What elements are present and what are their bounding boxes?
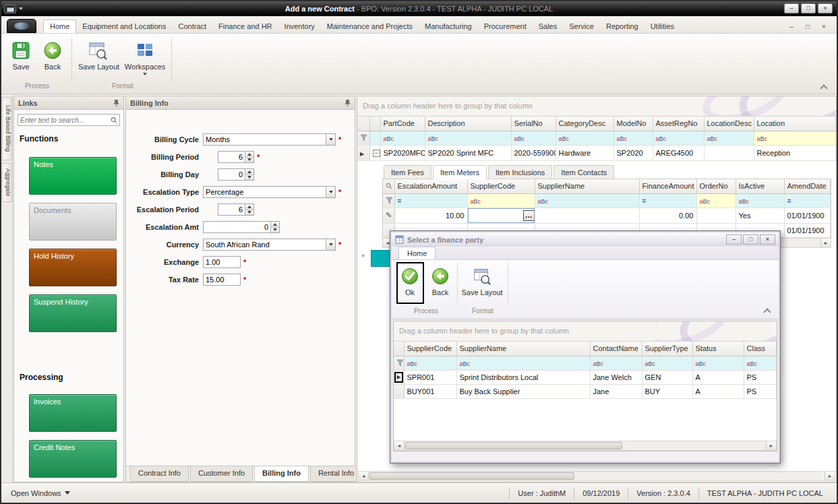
filter-status[interactable]: aBc [692,356,744,370]
escal ation-amt-value[interactable] [204,222,270,232]
dropdown-icon[interactable] [326,239,335,250]
filter-financeamount[interactable]: = [639,193,696,208]
spin-up-icon[interactable] [245,169,253,175]
dialog-horizontal-scrollbar[interactable]: ◄ ► [394,441,777,451]
ribbon-tab-reporting[interactable]: Reporting [600,20,645,33]
cell-amenddate[interactable]: 01/01/1900 [784,208,831,223]
tab-customer-info[interactable]: Customer Info [190,466,253,482]
column-header-orderno[interactable]: OrderNo [696,179,736,193]
billing-day-value[interactable] [218,169,245,180]
column-header-financeamount[interactable]: FinanceAmount [639,179,696,193]
ribbon-tab-inventory[interactable]: Inventory [278,20,321,33]
scroll-thumb[interactable] [369,472,574,480]
filter-categorydesc[interactable]: aBc [556,131,613,145]
cell-modelno[interactable]: SP2020 [613,145,653,160]
currency-value[interactable] [204,239,335,250]
spin-down-icon[interactable] [245,210,253,216]
filter-suppliercode[interactable]: aBc [404,356,456,370]
cell-orderno[interactable] [696,208,736,223]
save-layout-button[interactable]: Save Layout [77,37,119,73]
back-button[interactable]: Back [38,37,67,73]
ribbon-tab-utilities[interactable]: Utilities [645,20,680,33]
column-header-contactname[interactable]: ContactName [590,342,642,356]
billing-period-value[interactable] [218,152,245,162]
filter-row-indicator[interactable] [357,131,369,145]
filter-row-indicator[interactable] [383,193,394,208]
dialog-maximize-button[interactable]: □ [743,234,758,245]
open-windows-button[interactable]: Open Windows [7,487,74,499]
links-search-input[interactable] [20,117,111,124]
collapse-row-icon[interactable]: − [373,150,380,157]
billing-period-spinner[interactable] [218,151,254,163]
mdi-minimize-icon[interactable]: – [787,23,796,30]
filter-isactive[interactable]: aBc [736,193,784,208]
cell-class[interactable]: PS [744,384,777,398]
spin-up-icon[interactable] [271,222,279,228]
billing-cycle-select[interactable] [203,133,336,146]
ribbon-tab-maintenance-and-projects[interactable]: Maintenance and Projects [321,20,419,33]
column-header-class[interactable]: Class [744,342,777,356]
items-grid-data-row[interactable]: ▶ − SP2020MFC SP2020 Sprint MFC 2020-559… [357,145,836,160]
column-header-description[interactable]: Description [425,117,511,131]
cell-location[interactable]: Reception [754,145,836,160]
ribbon-collapse-icon[interactable] [818,82,830,92]
ribbon-tab-service[interactable]: Service [563,20,600,33]
tab-item-contacts[interactable]: Item Contacts [553,165,614,179]
ok-button[interactable]: Ok [398,264,421,297]
tax-rate-value[interactable] [204,274,240,285]
cell-status[interactable]: A [692,370,744,384]
column-header-amenddate[interactable]: AmendDate [784,179,831,193]
cell-assetregno[interactable]: AREG4500 [653,145,704,160]
ribbon-tab-sales[interactable]: Sales [533,20,564,33]
tax-rate-input[interactable] [203,274,241,286]
cell-isactive[interactable]: Yes [736,208,784,223]
column-header-locationdesc[interactable]: LocationDesc [704,117,754,131]
spin-down-icon[interactable] [271,228,279,233]
cell-escalationamount[interactable]: 10.00 [394,208,467,223]
meters-grid-edit-row[interactable]: ✎ 10.00 … 0.00 Yes 01/01/1900 [383,208,831,223]
filter-assetregno[interactable]: aBc [653,131,704,145]
cell-suppliercode[interactable]: BUY001 [404,384,456,398]
cell-categorydesc[interactable]: Hardware [556,145,613,160]
suspend-history-button[interactable]: Suspend History [29,294,117,332]
ribbon-tab-equipment-and-locations[interactable]: Equipment and Locations [76,20,172,33]
column-header-serialno[interactable]: SerialNo [511,117,556,131]
cell-suppliercode[interactable]: SPR001 [404,370,456,384]
cell-suppliercode-editor[interactable]: … [467,208,535,223]
filter-suppliertype[interactable]: aBc [642,356,692,370]
column-header-suppliername[interactable]: SupplierName [535,179,639,193]
group-by-area[interactable]: Drag a column header here to group by th… [357,96,836,117]
billing-day-spinner[interactable] [218,168,254,181]
scroll-right-icon[interactable]: ► [825,472,835,480]
application-button[interactable] [7,19,36,33]
filter-locationdesc[interactable]: aBc [704,131,754,145]
cell-serialno[interactable]: 2020-559900 [511,145,556,160]
scroll-right-icon[interactable]: ► [766,441,776,450]
minimize-button[interactable]: – [784,3,799,13]
tab-item-meters[interactable]: Item Meters [433,165,487,179]
mdi-close-icon[interactable]: × [819,23,829,30]
column-header-categorydesc[interactable]: CategoryDesc [556,117,613,131]
ribbon-tab-home[interactable]: Home [43,20,76,33]
ribbon-tab-procurement[interactable]: Procurement [478,20,533,33]
spin-up-icon[interactable] [245,204,253,210]
filter-suppliername[interactable]: aBc [535,193,639,208]
cell-description[interactable]: SP2020 Sprint MFC [425,145,511,160]
escalation-type-select[interactable] [203,186,336,198]
spin-down-icon[interactable] [245,175,253,181]
side-tab-aggregate[interactable]: Aggregate [2,163,12,202]
tab-item-inclusions[interactable]: Item Inclusions [488,165,552,179]
maximize-button[interactable]: □ [801,3,816,13]
invoices-button[interactable]: Invoices [29,394,117,432]
billing-cycle-value[interactable] [204,134,335,145]
grid-horizontal-scrollbar[interactable]: ◄ ► [358,471,835,481]
documents-button[interactable]: Documents [29,203,117,241]
filter-suppliercode[interactable]: aBc [467,193,535,208]
filter-serialno[interactable]: aBc [511,131,556,145]
hold-history-button[interactable]: Hold History [29,249,117,286]
cell-suppliername[interactable]: Sprint Distributors Local [456,370,590,384]
cell-suppliername[interactable]: Buy Back Supplier [456,384,590,398]
filter-location[interactable]: aBc [754,131,836,145]
side-tab-life-based-billing[interactable]: Life Based Billing [2,97,12,160]
dialog-save-layout-button[interactable]: Save Layout [460,264,504,297]
